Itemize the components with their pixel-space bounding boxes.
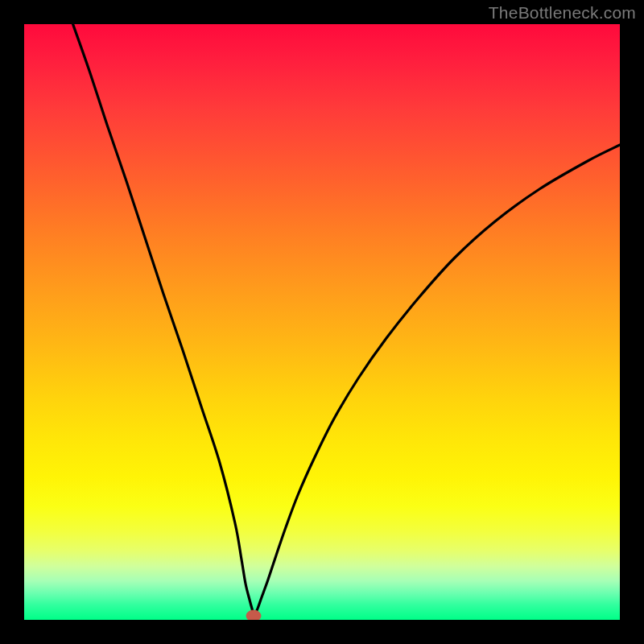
chart-frame: TheBottleneck.com xyxy=(0,0,644,644)
plot-area xyxy=(24,24,620,620)
watermark-text: TheBottleneck.com xyxy=(489,3,636,23)
bottleneck-curve xyxy=(70,24,620,613)
minimum-point-marker xyxy=(246,610,261,620)
curve-layer xyxy=(24,24,620,620)
